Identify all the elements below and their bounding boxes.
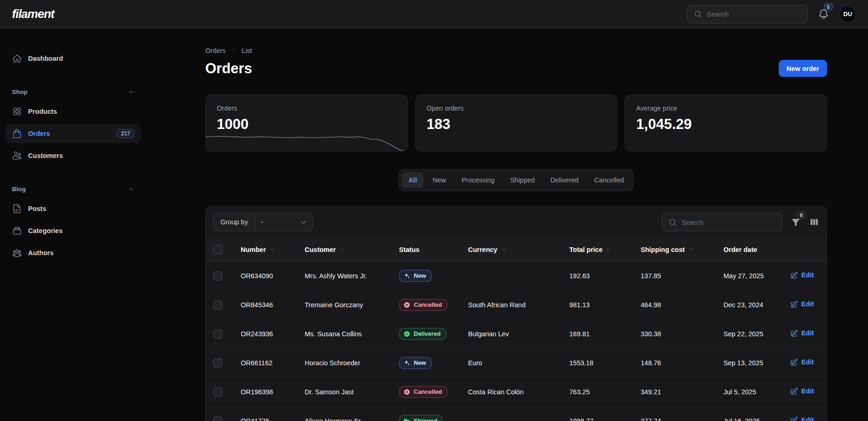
sidebar-group-label: Blog — [12, 186, 26, 193]
breadcrumb-orders[interactable]: Orders — [205, 47, 226, 54]
sidebar-item-label: Posts — [28, 205, 134, 212]
cell-total-price: 1098.77 — [562, 406, 633, 421]
collapse-group-button[interactable] — [128, 89, 134, 95]
table-search[interactable] — [662, 213, 782, 231]
new-order-button[interactable]: New order — [779, 60, 827, 77]
cell-order-date: Sep 22, 2025 — [716, 319, 783, 348]
tab-processing[interactable]: Processing — [455, 172, 501, 188]
global-search-input[interactable] — [707, 10, 801, 18]
stat-value: 1000 — [217, 116, 396, 133]
column-header-total-price[interactable]: Total price — [562, 238, 633, 261]
actions-cell: Edit — [783, 319, 827, 348]
edit-button[interactable]: Edit — [790, 358, 814, 366]
column-header-inner: Shipping cost — [641, 246, 709, 253]
column-header-shipping-cost[interactable]: Shipping cost — [633, 238, 716, 261]
sidebar-item-customers[interactable]: Customers — [6, 146, 141, 165]
toggle-columns-button[interactable] — [809, 217, 819, 227]
cell-status: Cancelled — [392, 290, 461, 319]
search-icon — [694, 10, 702, 18]
pencil-square-icon — [790, 300, 798, 308]
cell-customer: Mrs. Ashly Waters Jr. — [297, 261, 392, 290]
stat-card-orders: Orders 1000 — [205, 94, 408, 152]
filter-button[interactable]: 0 — [791, 217, 801, 227]
notifications-button[interactable]: 5 — [818, 8, 829, 20]
search-icon — [668, 218, 677, 227]
edit-button[interactable]: Edit — [790, 271, 814, 279]
sidebar-item-posts[interactable]: Posts — [6, 199, 141, 218]
column-header-inner: Number — [241, 246, 290, 253]
cell-status: Shipped — [392, 406, 461, 421]
row-checkbox[interactable] — [213, 271, 222, 281]
tab-new[interactable]: New — [426, 172, 452, 188]
sidebar-item-dashboard[interactable]: Dashboard — [6, 49, 141, 68]
status-badge: Cancelled — [399, 299, 447, 311]
x-circle-icon — [403, 301, 411, 309]
checkbox-cell — [206, 290, 233, 319]
cell-total-price: 1553.18 — [562, 348, 633, 377]
column-header-label: Customer — [305, 246, 336, 253]
edit-button[interactable]: Edit — [790, 329, 814, 337]
sidebar-group-label: Shop — [12, 88, 28, 95]
actions-cell: Edit — [783, 406, 827, 421]
sidebar-item-products[interactable]: Products — [6, 102, 141, 121]
row-checkbox[interactable] — [213, 329, 222, 339]
sidebar-item-label: Dashboard — [28, 55, 134, 62]
column-header-inner: Currency — [468, 246, 555, 253]
tab-delivered[interactable]: Delivered — [544, 172, 585, 188]
chevron-down-icon — [688, 246, 694, 252]
cell-customer: Tremaine Gorczany — [297, 290, 392, 319]
sidebar: DashboardShopProductsOrders217CustomersB… — [0, 29, 146, 421]
tab-all[interactable]: All — [402, 172, 423, 188]
cell-number: OR196398 — [233, 377, 297, 406]
sidebar-items: ProductsOrders217Customers — [6, 102, 141, 165]
sidebar-item-authors[interactable]: Authors — [6, 243, 141, 263]
row-checkbox[interactable] — [213, 387, 222, 397]
columns-icon — [809, 217, 819, 227]
row-checkbox[interactable] — [213, 358, 222, 368]
edit-button[interactable]: Edit — [790, 387, 814, 395]
cell-shipping-cost: 464.98 — [633, 290, 716, 319]
chevron-down-icon — [606, 246, 612, 252]
cell-order-date: Jul 5, 2025 — [716, 377, 783, 406]
column-header-label: Shipping cost — [641, 246, 685, 253]
home-icon — [12, 53, 22, 64]
document-icon — [12, 204, 22, 214]
orders-trend-sparkline — [206, 131, 407, 151]
row-checkbox[interactable] — [213, 416, 222, 421]
cell-currency: Euro — [461, 348, 562, 377]
tab-shipped[interactable]: Shipped — [504, 172, 541, 188]
edit-button[interactable]: Edit — [790, 416, 814, 421]
cell-total-price: 981.13 — [562, 290, 633, 319]
edit-button-label: Edit — [801, 329, 814, 337]
cell-number: OR243936 — [233, 319, 297, 348]
tab-cancelled[interactable]: Cancelled — [588, 172, 631, 188]
topbar: filament 5 DU — [0, 0, 868, 29]
main-area: Orders List Orders New order Orders 1000 — [146, 29, 827, 421]
status-badge-label: Cancelled — [414, 388, 442, 395]
table-search-input[interactable] — [682, 218, 776, 226]
truck-icon — [403, 417, 411, 421]
group-by-select[interactable]: - — [255, 213, 312, 231]
select-all-checkbox[interactable] — [213, 245, 222, 254]
avatar[interactable]: DU — [839, 6, 856, 23]
chevron-up-icon — [128, 186, 134, 193]
sidebar-items: Dashboard — [6, 49, 141, 68]
status-badge-label: Shipped — [414, 417, 437, 421]
column-header-customer[interactable]: Customer — [297, 238, 392, 261]
column-header-inner: Order date — [723, 246, 775, 253]
edit-button-label: Edit — [801, 300, 814, 308]
filter-count-badge: 0 — [797, 211, 806, 219]
column-header-status: Status — [392, 238, 461, 261]
column-header-inner: Total price — [569, 246, 626, 253]
row-checkbox[interactable] — [213, 300, 222, 310]
edit-button-label: Edit — [801, 416, 814, 421]
breadcrumb-list: List — [242, 47, 252, 54]
edit-button[interactable]: Edit — [790, 300, 814, 308]
column-header-number[interactable]: Number — [233, 238, 297, 261]
global-search[interactable] — [687, 5, 808, 23]
sidebar-item-categories[interactable]: Categories — [6, 221, 141, 240]
collapse-group-button[interactable] — [128, 186, 134, 193]
column-header-currency[interactable]: Currency — [461, 238, 562, 261]
stat-card-open-orders: Open orders 183 — [415, 94, 618, 152]
sidebar-item-orders[interactable]: Orders217 — [6, 124, 141, 143]
